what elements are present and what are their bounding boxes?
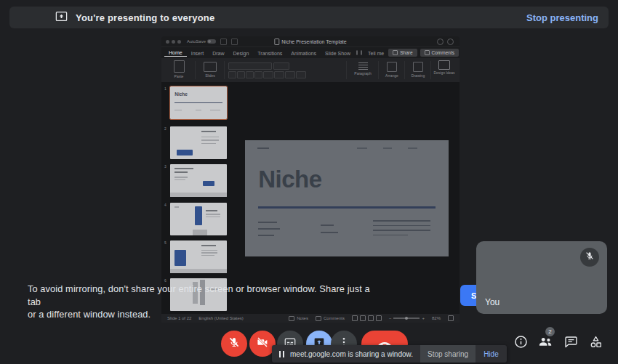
text-line (174, 168, 193, 169)
hint-line: or a different window instead. (28, 308, 377, 321)
text-line (321, 225, 334, 226)
ribbon-label: Design Ideas (433, 71, 456, 75)
meeting-details-button[interactable] (513, 335, 529, 351)
tab-insert: Insert (187, 49, 209, 57)
lightbulb-icon (356, 50, 358, 55)
tab-home: Home (164, 49, 187, 57)
ppt-window-title: Niche Presentation Template (274, 39, 346, 45)
thumb-title: Niche (174, 92, 188, 97)
tile-mic-status (580, 248, 599, 267)
design-ideas-icon (438, 60, 450, 70)
autosave-toggle: AutoSave (187, 39, 216, 44)
thumb-button-shape (203, 181, 214, 186)
arrange-icon (387, 62, 397, 72)
mirroring-hint: To avoid mirroring, don't share your ent… (28, 283, 377, 321)
banner-text: You're presenting to everyone (76, 12, 214, 23)
slide-title: Niche (258, 167, 321, 191)
italic-button (237, 71, 245, 78)
ribbon-divider (430, 61, 431, 79)
font-name-dropdown (228, 62, 272, 70)
slide-thumbnail-1: Niche (170, 86, 227, 119)
thumbnail-number: 3 (164, 164, 166, 169)
thumb-accent-shape (174, 250, 186, 266)
tab-transitions: Transitions (253, 49, 286, 57)
feedback-smiley-icon (447, 39, 454, 45)
ppt-share-button: Share (388, 49, 417, 57)
thumb-footer-shape (170, 269, 227, 273)
person-icon (361, 50, 362, 55)
text-line (174, 177, 188, 178)
hint-line: To avoid mirroring, don't share your ent… (28, 283, 377, 308)
text-line (201, 252, 217, 254)
slide-nav-item (408, 147, 417, 149)
ppt-ribbon: Paste Slides (161, 58, 460, 83)
document-icon (274, 39, 279, 45)
thumbnail-number: 4 (164, 203, 166, 207)
ribbon-group-paste: Paste (166, 60, 192, 78)
bold-button (228, 71, 236, 78)
meet-window: You're presenting to everyone Stop prese… (0, 0, 618, 364)
ribbon-group-design-ideas: Design Ideas (433, 60, 456, 75)
ribbon-group-slides: Slides (198, 60, 222, 78)
tab-slide-show: Slide Show (321, 49, 355, 57)
activities-button[interactable] (587, 335, 603, 351)
text-line (201, 250, 217, 251)
ribbon-divider (404, 61, 405, 79)
self-tile-label: You (485, 297, 499, 307)
thumbnail-number: 1 (164, 86, 166, 91)
thumbnail-number: 2 (164, 126, 166, 131)
underline-button (246, 71, 254, 78)
slide-thumbnail-2 (170, 126, 227, 159)
thumb-accent-shape (195, 206, 202, 225)
ppt-comments-button: Comments (420, 49, 459, 57)
self-video-tile[interactable]: You (476, 241, 607, 314)
slide-canvas: Niche (245, 140, 449, 256)
stop-sharing-button[interactable]: Stop sharing (420, 345, 475, 363)
text-line (373, 235, 408, 236)
text-line (258, 235, 274, 236)
ribbon-divider (378, 61, 379, 79)
text-line (321, 232, 338, 233)
clear-format-button (296, 71, 306, 78)
strikethrough-button (254, 71, 262, 78)
ribbon-label: Slides (198, 73, 222, 78)
people-button[interactable] (537, 335, 553, 351)
tab-draw: Draw (208, 49, 228, 57)
thumbnail-number: 5 (164, 240, 166, 245)
mic-toggle-button[interactable] (221, 331, 247, 357)
toggle-icon (207, 39, 216, 44)
undo-icon (231, 39, 238, 45)
browser-share-toast: meet.google.com is sharing a window. Sto… (272, 345, 507, 363)
text-line (373, 225, 430, 227)
present-to-all-icon (55, 9, 68, 26)
new-slide-icon (204, 62, 217, 72)
activities-icon (588, 334, 603, 352)
autosave-label: AutoSave (187, 39, 206, 44)
thumb-footer-shape (170, 193, 227, 197)
slide-logo-mark (257, 147, 269, 150)
chat-icon (563, 334, 579, 352)
slide-nav-item (383, 147, 392, 149)
slide-thumbnail-5 (170, 240, 227, 273)
zoom-slider (393, 318, 420, 319)
text-line (196, 110, 201, 111)
ribbon-label: Arrange (380, 73, 404, 78)
ribbon-divider (346, 61, 347, 79)
text-line (174, 171, 188, 173)
camera-off-icon (256, 336, 269, 352)
slide-thumbnail-4 (170, 203, 227, 235)
chat-button[interactable] (563, 335, 579, 351)
text-line (174, 206, 179, 208)
text-line (201, 139, 219, 141)
share-toast-text: meet.google.com is sharing a window. (290, 350, 413, 358)
text-line (174, 179, 185, 181)
share-icon (393, 50, 398, 55)
search-icon (437, 39, 444, 45)
text-color-button (263, 71, 273, 78)
text-line (201, 143, 216, 145)
stop-presenting-button[interactable]: Stop presenting (526, 12, 598, 23)
text-line (210, 110, 220, 111)
hide-toast-button[interactable]: Hide (483, 350, 499, 358)
font-size-dropdown (273, 62, 289, 70)
people-count-badge: 2 (545, 327, 555, 336)
